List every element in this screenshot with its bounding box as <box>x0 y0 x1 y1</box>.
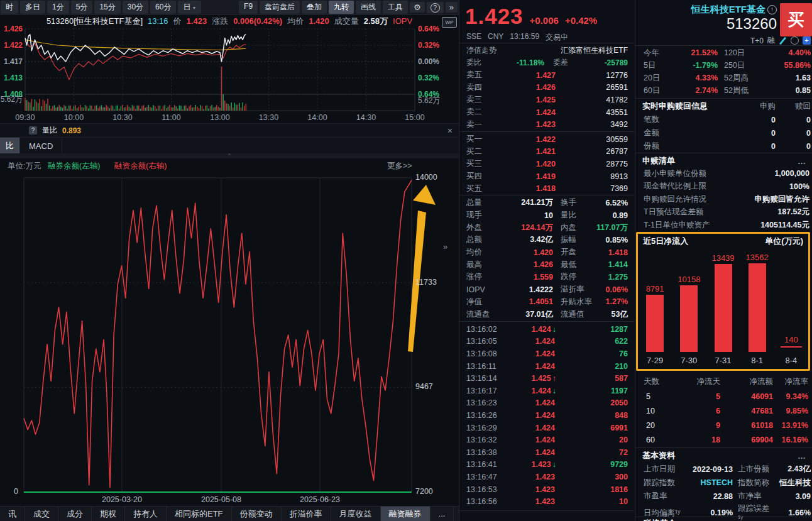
stats-row: 现手 10 量比 0.89 <box>459 209 634 222</box>
shenshu-row: T-1日单位申赎资产 1405114.45元 <box>635 219 812 232</box>
stats-row: 涨停 1.559 跌停 1.275 <box>459 271 634 283</box>
flow-table-header: 天数 净流天 净流额 净流率 <box>635 375 812 389</box>
add-icon[interactable]: + <box>803 36 811 45</box>
performance-row: 5日 -1.79% 250日 55.86% <box>635 59 812 72</box>
stats-row: 最高 1.426 最低 1.414 <box>459 258 634 271</box>
basic-info-row: 日均偏离¹ʸ 0.19% 跟踪误差¹ʸ 1.66% <box>635 503 812 517</box>
nav-row: 净值走势 汇添富恒生科技ETF <box>459 45 634 57</box>
realtime-row: 金额 0 0 <box>635 126 812 140</box>
shenshu-row: T日预估现金差额 187.52元 <box>635 206 812 219</box>
axis-tick-label: 10:30 <box>109 114 136 121</box>
tick-row[interactable]: 13:16:32 1.424 20 <box>459 434 634 446</box>
tick-row[interactable]: 13:16:05 1.424 622 <box>459 336 634 348</box>
flow-table: 5 5 46091 9.34% 10 6 47681 9.85% 20 9 61… <box>635 389 812 447</box>
basic-info-header: 基本资料 … <box>635 449 812 463</box>
bottom-tab[interactable]: 成分 <box>58 507 92 521</box>
realtime-header: 实时申购赎回信息 申购 赎回 <box>635 99 812 113</box>
order-book-row[interactable]: 卖四 1.426 26591 <box>459 82 634 94</box>
edit-icon[interactable] <box>779 36 787 45</box>
more-menu-icon[interactable]: … <box>798 156 806 166</box>
stats-row: 总量 241.21万 换手 6.52% <box>459 197 634 209</box>
order-book-row[interactable]: 卖五 1.427 12776 <box>459 69 634 82</box>
info-icon[interactable]: ! <box>767 5 777 14</box>
bottom-tab[interactable]: 成交 <box>25 507 58 521</box>
ask-levels: 卖五 1.427 12776 卖四 1.426 26591 卖三 1.425 4… <box>459 69 634 132</box>
shenshu-row: 现金替代比例上限 100% <box>635 180 812 194</box>
bid-levels: 买一 1.422 30559 买二 1.421 26787 买三 1.420 2… <box>459 133 634 195</box>
order-book-row[interactable]: 买三 1.420 28775 <box>459 158 634 170</box>
liangbi-indicator-row: ? 量比 0.893 × <box>0 123 459 137</box>
stats-row: IOPV 1.4222 溢折率 0.06% <box>459 283 634 296</box>
axis-tick-label: 11:00 <box>158 114 185 121</box>
close-icon[interactable]: × <box>447 126 453 136</box>
bottom-tab[interactable]: 持有人 <box>125 507 167 521</box>
realtime-row: 笔数 0 0 <box>635 113 812 126</box>
netflow-bar-chart[interactable]: 87917-29101587-30134397-31135628-11408-4 <box>638 248 808 367</box>
stats-row: 总额 3.42亿 振幅 0.85% <box>459 234 634 246</box>
tick-row[interactable]: 13:16:17 1.424↓ 1197 <box>459 385 634 397</box>
bottom-tab[interactable]: ... <box>431 507 454 521</box>
price-row: 1.423 +0.006 +0.42% <box>465 4 634 31</box>
flow-table-row: 5 5 46091 9.34% <box>635 389 812 403</box>
tick-row[interactable]: 13:16:11 1.424 210 <box>459 360 634 373</box>
tick-row[interactable]: 13:16:08 1.424 76 <box>459 348 634 360</box>
netflow-category-label: 7-30 <box>670 356 708 365</box>
axis-tick-label: 10:00 <box>60 114 88 121</box>
tick-row[interactable]: 13:16:38 1.424 72 <box>459 446 634 459</box>
stats-row: 均价 1.420 开盘 1.418 <box>459 246 634 259</box>
help-icon[interactable]: ? <box>29 126 37 134</box>
bottom-tab[interactable]: 讯 <box>0 507 25 521</box>
stats-row: 净值 1.4051 升贴水率 1.27% <box>459 296 634 309</box>
netflow-bar-value: 10158 <box>670 275 708 284</box>
tick-row[interactable]: 13:16:56 1.423 10 <box>459 495 634 508</box>
netflow-bar <box>749 263 766 352</box>
quote-timestamp: 13:16:59 <box>510 32 539 42</box>
axis-tick-label: 09:30 <box>11 114 39 121</box>
stats-grid: 总量 241.21万 换手 6.52% 现手 10 量比 0.89 外盘 124… <box>459 197 634 321</box>
alert-icon[interactable] <box>791 36 799 45</box>
panel-expander[interactable]: » <box>443 242 447 251</box>
linked-fund-header-cut: 联接基金 <box>644 518 769 521</box>
performance-row: 今年 21.52% 120日 4.40% <box>635 47 812 59</box>
intraday-chart[interactable] <box>0 0 459 123</box>
tick-row[interactable]: 13:16:53 1.423 1816 <box>459 483 634 496</box>
weibi-value: -11.18% <box>491 58 544 67</box>
axis-tick-label: 0.00% <box>418 58 439 65</box>
direction-arrow-icon: ↑ <box>552 374 556 383</box>
pane-splitter[interactable]: ^ <box>0 153 459 158</box>
buy-button[interactable]: 买 <box>780 3 812 36</box>
order-book-row[interactable]: 买一 1.422 30559 <box>459 133 634 146</box>
tick-row[interactable]: 13:16:41 1.423↓ 9729 <box>459 459 634 471</box>
tick-row[interactable]: 13:16:29 1.424 6991 <box>459 422 634 434</box>
order-book-row[interactable]: 买五 1.418 7369 <box>459 182 634 195</box>
tick-row[interactable]: 13:16:14 1.425↑ 587 <box>459 372 634 385</box>
bottom-tab[interactable]: 月度收益 <box>331 507 381 521</box>
tick-row[interactable]: 13:16:23 1.424 2050 <box>459 397 634 410</box>
bottom-tab[interactable]: 融资融券 <box>381 507 431 521</box>
netflow-category-label: 7-31 <box>705 356 742 365</box>
tick-row[interactable]: 13:16:26 1.424 848 <box>459 409 634 422</box>
more-menu-icon[interactable]: … <box>798 451 806 461</box>
bottom-tab[interactable]: 相同标的ETF <box>167 507 232 521</box>
margin-balance-chart[interactable] <box>0 158 459 506</box>
axis-tick-label: 13:00 <box>206 114 234 121</box>
tick-row[interactable]: 13:16:02 1.424↓ 1287 <box>459 323 634 336</box>
bottom-tab[interactable]: 折溢价率 <box>282 507 331 521</box>
axis-tick-label: 2025-03-20 <box>98 496 146 503</box>
order-book-row[interactable]: 卖三 1.425 41782 <box>459 94 634 106</box>
order-book-row[interactable]: 卖一 1.423 3492 <box>459 118 634 131</box>
tick-row[interactable]: 13:16:47 1.423 300 <box>459 471 634 483</box>
netflow-title: 近5日净流入 <box>643 236 688 247</box>
axis-tick-label: 1.413 <box>0 74 23 82</box>
tick-list: 13:16:02 1.424↓ 1287 13:16:05 1.424 622 … <box>459 323 634 508</box>
axis-tick-label: 1.426 <box>0 25 23 33</box>
indicator-tab[interactable]: 比 <box>0 138 20 154</box>
order-book-row[interactable]: 买二 1.421 26787 <box>459 146 634 158</box>
performance-row: 60日 2.74% 52周低 0.85 <box>635 84 812 97</box>
bottom-tab[interactable]: 份额变动 <box>232 507 282 521</box>
order-book-row[interactable]: 卖二 1.424 43551 <box>459 106 634 119</box>
bottom-tab[interactable]: 期权 <box>92 507 125 521</box>
indicator-tab[interactable]: MACD <box>20 138 62 154</box>
order-book-row[interactable]: 买四 1.419 8913 <box>459 170 634 183</box>
shenshu-table: 最小申赎单位份额 1,000,000 现金替代比例上限 100% 申购赎回允许情… <box>635 167 812 232</box>
